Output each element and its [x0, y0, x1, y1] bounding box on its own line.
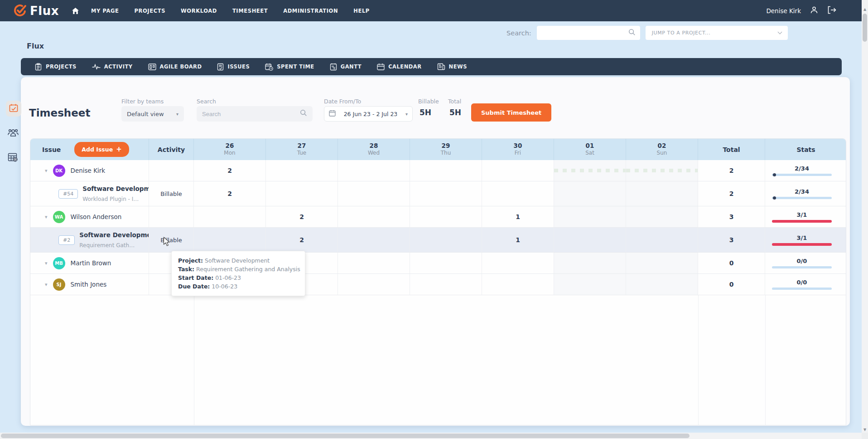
- sidebar-item-timesheet[interactable]: [6, 101, 21, 117]
- timesheet-cell-sun[interactable]: [626, 228, 698, 252]
- sidebar-item-teams[interactable]: [8, 128, 19, 139]
- user-row-martin-brown: ▾MBMartin Brown00/0: [30, 253, 846, 274]
- expand-chevron-icon[interactable]: ▾: [45, 282, 48, 288]
- timesheet-cell-mon[interactable]: [194, 228, 266, 252]
- current-user-name[interactable]: Denise Kirk: [766, 7, 801, 15]
- project-nav-item-agile-board[interactable]: AGILE BOARD: [148, 63, 202, 70]
- topnav-item-timesheet[interactable]: TIMESHEET: [232, 8, 268, 14]
- expand-chevron-icon[interactable]: ▾: [45, 168, 48, 174]
- timesheet-panel: Timesheet Filter by teams Default view ▾…: [21, 77, 850, 426]
- timesheet-cell-wed[interactable]: [338, 253, 410, 273]
- topnav-item-administration[interactable]: ADMINISTRATION: [283, 8, 338, 14]
- vertical-scrollbar[interactable]: ▲ ▼: [862, 0, 868, 433]
- project-nav-item-gantt[interactable]: GANTT: [330, 63, 362, 71]
- timesheet-cell-tue[interactable]: 2: [266, 228, 338, 252]
- timesheet-cell-sat[interactable]: [554, 228, 626, 252]
- timesheet-cell-thu[interactable]: [410, 228, 482, 252]
- project-nav-item-news[interactable]: NEWS: [437, 63, 467, 70]
- timesheet-cell-wed[interactable]: [338, 206, 410, 227]
- project-nav-item-calendar[interactable]: CALENDAR: [377, 63, 421, 70]
- timesheet-cell-sat[interactable]: [554, 181, 626, 206]
- vertical-scrollbar-thumb[interactable]: [863, 14, 867, 42]
- stats-value: 2/34: [795, 165, 809, 172]
- timesheet-search-wrap: [197, 106, 313, 122]
- timesheet-search-input[interactable]: [202, 111, 293, 117]
- home-icon[interactable]: [72, 7, 79, 15]
- timesheet-cell-fri[interactable]: 1: [482, 228, 554, 252]
- horizontal-scrollbar-thumb[interactable]: [1, 434, 690, 438]
- timesheet-cell-sat[interactable]: [554, 206, 626, 227]
- project-nav-item-activity[interactable]: ACTIVITY: [92, 63, 133, 70]
- user-name[interactable]: Wilson Anderson: [71, 213, 122, 220]
- logout-icon[interactable]: [827, 6, 836, 16]
- timesheet-cell-mon[interactable]: 2: [194, 160, 266, 181]
- stats-progress-bar: [772, 288, 832, 290]
- horizontal-scrollbar[interactable]: [0, 433, 862, 439]
- timesheet-cell-tue[interactable]: [266, 181, 338, 206]
- user-name[interactable]: Smith Jones: [71, 281, 107, 288]
- user-name[interactable]: Denise Kirk: [71, 167, 106, 174]
- chevron-down-icon: [777, 30, 782, 34]
- timesheet-cell-fri[interactable]: [482, 253, 554, 273]
- timesheet-cell-wed[interactable]: [338, 160, 410, 181]
- timesheet-cell-fri[interactable]: [482, 274, 554, 295]
- tooltip-start-label: Start Date:: [178, 274, 213, 281]
- topnav-item-workload[interactable]: WORKLOAD: [181, 8, 217, 14]
- expand-chevron-icon[interactable]: ▾: [45, 214, 48, 220]
- activity-cell[interactable]: [149, 160, 194, 181]
- team-filter-select[interactable]: Default view ▾: [121, 106, 184, 122]
- sidebar-item-settings-grid[interactable]: [8, 153, 19, 165]
- user-row-denise-kirk: ▾DKDenise Kirk222/34: [30, 160, 846, 181]
- activity-cell[interactable]: Billable: [149, 228, 194, 252]
- timesheet-cell-fri[interactable]: 1: [482, 206, 554, 227]
- timesheet-cell-sun[interactable]: [626, 206, 698, 227]
- user-icon[interactable]: [810, 6, 818, 16]
- topnav-item-help[interactable]: HELP: [353, 8, 370, 14]
- expand-chevron-icon[interactable]: ▾: [45, 260, 48, 266]
- timesheet-cell-wed[interactable]: [338, 228, 410, 252]
- scroll-down-icon[interactable]: ▼: [862, 428, 868, 432]
- timesheet-cell-sat[interactable]: [554, 160, 626, 181]
- issue-id-badge[interactable]: #2: [58, 235, 75, 245]
- stats-progress-bar: [772, 197, 832, 199]
- date-range-picker[interactable]: 26 Jun 23 - 2 Jul 23 ▾: [324, 106, 413, 122]
- project-nav-item-issues[interactable]: ISSUES: [217, 63, 250, 71]
- activity-cell[interactable]: [149, 206, 194, 227]
- timesheet-cell-sun[interactable]: [626, 160, 698, 181]
- project-nav-item-projects[interactable]: PROJECTS: [34, 63, 77, 71]
- jump-to-project-select[interactable]: JUMP TO A PROJECT...: [646, 26, 788, 40]
- timesheet-cell-sat[interactable]: [554, 274, 626, 295]
- timesheet-cell-tue[interactable]: 2: [266, 206, 338, 227]
- submit-timesheet-button[interactable]: Submit Timesheet: [471, 103, 551, 122]
- project-nav-item-spent-time[interactable]: SPENT TIME: [265, 63, 314, 71]
- timesheet-cell-sun[interactable]: [626, 181, 698, 206]
- timesheet-cell-thu[interactable]: [410, 253, 482, 273]
- timesheet-cell-sun[interactable]: [626, 253, 698, 273]
- timesheet-cell-fri[interactable]: [482, 160, 554, 181]
- timesheet-cell-sat[interactable]: [554, 253, 626, 273]
- timesheet-cell-mon[interactable]: 2: [194, 181, 266, 206]
- timesheet-cell-mon[interactable]: [194, 206, 266, 227]
- activity-cell[interactable]: Billable: [149, 181, 194, 206]
- timesheet-cell-wed[interactable]: [338, 181, 410, 206]
- timesheet-cell-sun[interactable]: [626, 274, 698, 295]
- timesheet-cell-tue[interactable]: [266, 160, 338, 181]
- total-hours-label: Total: [448, 98, 461, 105]
- timesheet-cell-thu[interactable]: [410, 206, 482, 227]
- timesheet-cell-wed[interactable]: [338, 274, 410, 295]
- issue-id-badge[interactable]: #54: [58, 189, 78, 199]
- timesheet-cell-fri[interactable]: [482, 181, 554, 206]
- row-total-cell: 0: [698, 253, 765, 273]
- scroll-up-icon[interactable]: ▲: [862, 7, 868, 11]
- flux-logo[interactable]: Flux: [14, 3, 59, 19]
- add-issue-button[interactable]: Add Issue+: [74, 142, 129, 157]
- timesheet-cell-thu[interactable]: [410, 181, 482, 206]
- timesheet-cell-thu[interactable]: [410, 160, 482, 181]
- user-row-wilson-anderson: ▾WAWilson Anderson2133/1: [30, 206, 846, 228]
- topnav-item-my-page[interactable]: MY PAGE: [91, 8, 119, 14]
- global-search-input[interactable]: [542, 27, 628, 39]
- user-name[interactable]: Martin Brown: [71, 259, 111, 267]
- timesheet-cell-thu[interactable]: [410, 274, 482, 295]
- topnav-item-projects[interactable]: PROJECTS: [135, 8, 166, 14]
- table-header-row: Issue Add Issue+ Activity 26Mon27Tue28We…: [30, 139, 846, 160]
